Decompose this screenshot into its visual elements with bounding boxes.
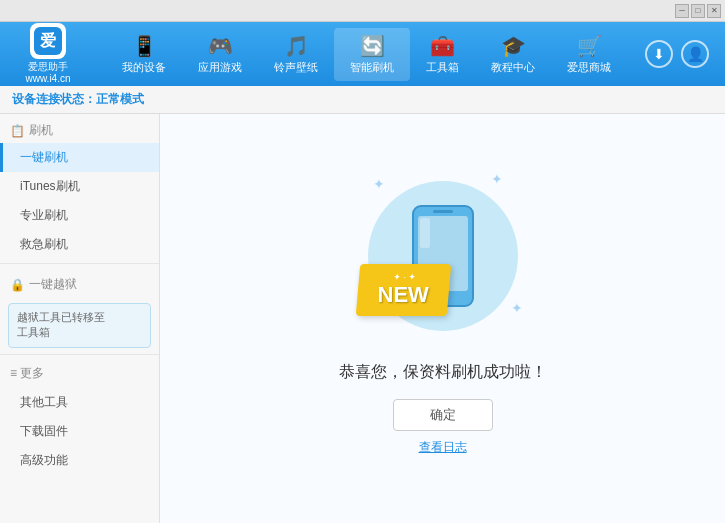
nav-smart-shop[interactable]: 🔄 智能刷机 (334, 28, 410, 81)
sidebar-item-save-flash[interactable]: 救急刷机 (0, 230, 159, 259)
content-area: ✦ ✦ ✦ (160, 114, 725, 523)
ringtones-icon: 🎵 (284, 34, 309, 58)
sidebar-item-itunes-flash[interactable]: iTunes刷机 (0, 172, 159, 201)
sidebar-divider-2 (0, 354, 159, 355)
ribbon-stars: ✦ · ✦ (378, 272, 430, 282)
nav-my-device[interactable]: 📱 我的设备 (106, 28, 182, 81)
status-prefix: 设备连接状态： (12, 91, 96, 108)
minimize-button[interactable]: ─ (675, 4, 689, 18)
ribbon-text: NEW (377, 282, 428, 308)
logo-inner: 爱 (34, 27, 62, 55)
account-button[interactable]: 👤 (681, 40, 709, 68)
nav-bar: 📱 我的设备 🎮 应用游戏 🎵 铃声壁纸 🔄 智能刷机 🧰 工具箱 🎓 教程中心… (88, 28, 645, 81)
main-layout: 📋 刷机 一键刷机 iTunes刷机 专业刷机 救急刷机 🔒 一键越狱 越狱工具… (0, 114, 725, 523)
window-controls[interactable]: ─ □ ✕ (675, 4, 721, 18)
sidebar-item-other-tools[interactable]: 其他工具 (0, 388, 159, 417)
sidebar-section-more: ≡ 更多 (0, 359, 159, 388)
jailbreak-section-icon: 🔒 (10, 278, 25, 292)
goto-log-link[interactable]: 查看日志 (419, 439, 467, 456)
status-bar: 设备连接状态： 正常模式 (0, 86, 725, 114)
success-text: 恭喜您，保资料刷机成功啦！ (339, 362, 547, 383)
sparkle-1: ✦ (373, 176, 385, 192)
logo-line2: www.i4.cn (25, 73, 70, 85)
confirm-button[interactable]: 确定 (393, 399, 493, 431)
my-device-label: 我的设备 (122, 60, 166, 75)
phone-illustration: ✦ ✦ ✦ (353, 166, 533, 346)
more-section-label: 更多 (20, 365, 44, 382)
svg-rect-4 (420, 218, 430, 248)
nav-mall[interactable]: 🛒 爱思商城 (551, 28, 627, 81)
maximize-button[interactable]: □ (691, 4, 705, 18)
logo: 爱 爱思助手 www.i4.cn (8, 23, 88, 85)
my-device-icon: 📱 (132, 34, 157, 58)
apps-games-icon: 🎮 (208, 34, 233, 58)
mall-label: 爱思商城 (567, 60, 611, 75)
svg-rect-3 (433, 210, 453, 213)
illustration-area: ✦ ✦ ✦ (160, 114, 725, 523)
sparkle-3: ✦ (511, 300, 523, 316)
jailbreak-notice: 越狱工具已转移至工具箱 (8, 303, 151, 348)
sidebar-item-advanced[interactable]: 高级功能 (0, 446, 159, 475)
jailbreak-section-label: 一键越狱 (29, 276, 77, 293)
sidebar-item-download-firmware[interactable]: 下载固件 (0, 417, 159, 446)
sidebar-item-one-key-flash[interactable]: 一键刷机 (0, 143, 159, 172)
header: 爱 爱思助手 www.i4.cn 📱 我的设备 🎮 应用游戏 🎵 铃声壁纸 🔄 … (0, 22, 725, 86)
sparkle-2: ✦ (491, 171, 503, 187)
toolbox-label: 工具箱 (426, 60, 459, 75)
nav-tutorial[interactable]: 🎓 教程中心 (475, 28, 551, 81)
nav-toolbox[interactable]: 🧰 工具箱 (410, 28, 475, 81)
apps-games-label: 应用游戏 (198, 60, 242, 75)
nav-apps-games[interactable]: 🎮 应用游戏 (182, 28, 258, 81)
close-button[interactable]: ✕ (707, 4, 721, 18)
smart-shop-label: 智能刷机 (350, 60, 394, 75)
more-section-icon: ≡ (10, 366, 17, 380)
smart-shop-icon: 🔄 (360, 34, 385, 58)
title-bar: ─ □ ✕ (0, 0, 725, 22)
download-button[interactable]: ⬇ (645, 40, 673, 68)
new-ribbon: ✦ · ✦ NEW (355, 264, 451, 316)
logo-icon: 爱 (30, 23, 66, 59)
sidebar-item-pro-flash[interactable]: 专业刷机 (0, 201, 159, 230)
nav-ringtones[interactable]: 🎵 铃声壁纸 (258, 28, 334, 81)
sidebar: 📋 刷机 一键刷机 iTunes刷机 专业刷机 救急刷机 🔒 一键越狱 越狱工具… (0, 114, 160, 523)
tutorial-icon: 🎓 (501, 34, 526, 58)
status-value: 正常模式 (96, 91, 144, 108)
logo-line1: 爱思助手 (25, 61, 70, 73)
tutorial-label: 教程中心 (491, 60, 535, 75)
sidebar-section-jailbreak: 🔒 一键越狱 (0, 268, 159, 297)
toolbox-icon: 🧰 (430, 34, 455, 58)
phone-bg-circle: ✦ · ✦ NEW (368, 181, 518, 331)
mall-icon: 🛒 (577, 34, 602, 58)
flash-section-label: 刷机 (29, 122, 53, 139)
header-right-buttons: ⬇ 👤 (645, 40, 717, 68)
sidebar-divider-1 (0, 263, 159, 264)
flash-section-icon: 📋 (10, 124, 25, 138)
ringtones-label: 铃声壁纸 (274, 60, 318, 75)
sidebar-section-flash: 📋 刷机 (0, 114, 159, 143)
